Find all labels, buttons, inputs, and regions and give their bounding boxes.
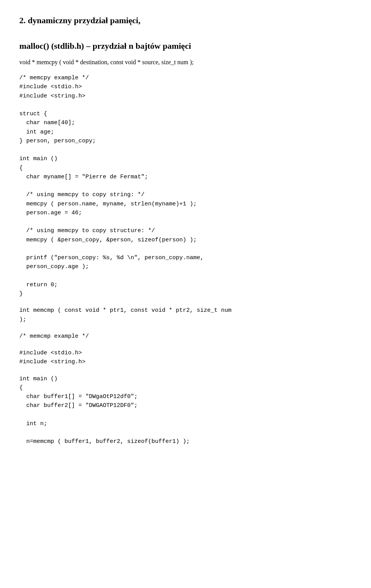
memcmp-comment: /* memcmp example */: [19, 332, 352, 341]
memcmp-includes: #include <stdio.h> #include <string.h>: [19, 349, 352, 367]
section-title: malloc() (stdlib.h) – przydział n bajtów…: [19, 41, 352, 51]
main-content: 2. dynamiczny przydział pamięci, malloc(…: [19, 15, 352, 446]
memcmp-main-code: int main () { char buffer1[] = "DWgaOtP1…: [19, 374, 352, 446]
memcpy-code-example: /* memcpy example */ #include <stdio.h> …: [19, 74, 352, 298]
memcpy-signature: void * memcpy ( void * destination, cons…: [19, 59, 352, 66]
page-heading: 2. dynamiczny przydział pamięci,: [19, 15, 352, 26]
memcmp-signature: int memcmp ( const void * ptr1, const vo…: [19, 306, 352, 324]
